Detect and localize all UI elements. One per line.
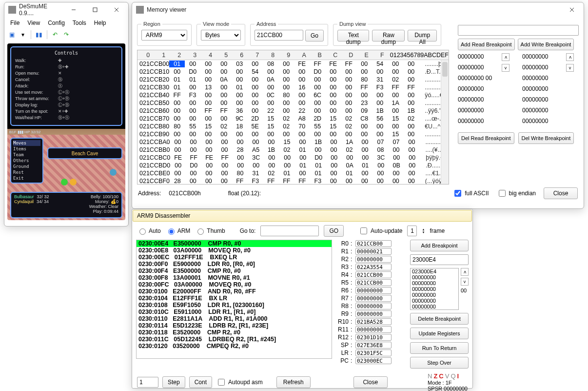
menu-item[interactable]: Others bbox=[13, 158, 40, 164]
hex-scrollbar[interactable] bbox=[441, 60, 449, 184]
reg-input[interactable] bbox=[355, 240, 392, 247]
reg-input[interactable] bbox=[355, 334, 392, 341]
hex-row[interactable]: 021CCBC0FEFFFEFF003C000000D00000003C0000… bbox=[137, 154, 449, 162]
menu-file[interactable]: File bbox=[6, 18, 23, 28]
reg-input[interactable] bbox=[355, 248, 392, 255]
bp-list[interactable]: 023000E400000000000000000000000000000000… bbox=[410, 268, 459, 310]
add-write-bp-button[interactable]: Add Write Breakpoint bbox=[518, 39, 574, 50]
hex-row[interactable]: 021CCBB00000000028A51B020100000200080000… bbox=[137, 146, 449, 154]
asm-row[interactable]: 0230:0100 E20000FF AND R0, R0, #FF bbox=[137, 288, 332, 295]
bp-entry[interactable]: 00000000 bbox=[411, 280, 458, 286]
reg-input[interactable] bbox=[355, 357, 392, 364]
add-read-bp-button[interactable]: Add Read Breakpoint bbox=[458, 39, 515, 50]
open-icon[interactable]: ▣ bbox=[7, 30, 17, 40]
dump-all-button[interactable]: Dump All bbox=[408, 30, 437, 41]
reg-input[interactable] bbox=[355, 310, 392, 317]
asm-row[interactable]: 0230:0108 E59F1050 LDR R1, [02300160] bbox=[137, 302, 332, 309]
bp-entry[interactable]: 023000E4 bbox=[411, 268, 458, 274]
asm-row[interactable]: 0230:00F8 13A00001 MOVNE R0, #1 bbox=[137, 274, 332, 281]
asm-row[interactable]: 0230:0118 E3520000 CMP R2, #0 bbox=[137, 329, 332, 336]
hex-row[interactable]: 021CCB8080551502185E15027055150200000000… bbox=[137, 123, 449, 130]
reg-input[interactable] bbox=[355, 264, 392, 270]
maximize-button[interactable] bbox=[84, 3, 106, 17]
add-breakpoint-button[interactable]: Add Breakpoint bbox=[410, 240, 469, 251]
spin-icon[interactable]: ʌ bbox=[502, 53, 510, 61]
forward-icon[interactable]: ↷ bbox=[61, 30, 71, 40]
menu-item[interactable]: Ground bbox=[13, 164, 40, 169]
run-to-return-button[interactable]: Run To Return bbox=[410, 342, 469, 354]
asm-row[interactable]: 0230:00E4 E3500000 CMP R0, #0 bbox=[137, 240, 332, 247]
step-count-input[interactable] bbox=[137, 377, 158, 388]
hex-row[interactable]: 021CCB200101000A00000A000000000080310200… bbox=[137, 76, 449, 83]
delete-bp-button[interactable]: Delete Breakpoint bbox=[410, 313, 469, 325]
asm-row[interactable]: 0230:00E8 03A00000 MOVEQ R0, #0 bbox=[137, 247, 332, 254]
menu-item[interactable]: Rest bbox=[13, 169, 40, 175]
asm-row[interactable]: 0230:00F0 E5900000 LDR R0, [R0, #0] bbox=[137, 261, 332, 268]
hex-row[interactable]: 021CCB40FFF3000000000C80006C000000000000… bbox=[137, 91, 449, 99]
full-ascii-check[interactable]: full ASCII bbox=[452, 188, 489, 198]
reg-input[interactable] bbox=[355, 287, 392, 294]
menu-item[interactable]: Exit bbox=[13, 175, 40, 181]
refresh-button[interactable]: Refresh bbox=[276, 376, 311, 388]
close-button[interactable] bbox=[106, 3, 127, 17]
viewmode-select[interactable]: Bytes bbox=[201, 30, 241, 41]
mode-thumb-radio[interactable]: Thumb bbox=[195, 227, 225, 235]
bp-entry[interactable]: 00000000 bbox=[411, 286, 458, 292]
bp-input[interactable] bbox=[410, 254, 469, 265]
menu-help[interactable]: Help bbox=[90, 18, 110, 28]
asm-listing[interactable]: 0230:00E4 E3500000 CMP R0, #00230:00E8 0… bbox=[136, 240, 332, 359]
bp-entry[interactable]: 00000000 bbox=[411, 292, 458, 298]
emulator-titlebar[interactable]: DeSmuME 0.9.... bbox=[4, 2, 128, 17]
goto-button[interactable]: GO bbox=[324, 225, 344, 237]
text-dump-button[interactable]: Text dump bbox=[337, 30, 369, 41]
bp-down-icon[interactable]: v bbox=[461, 278, 469, 286]
bp-up-icon[interactable]: ʌ bbox=[461, 268, 469, 276]
cont-button[interactable]: Cont bbox=[189, 376, 212, 388]
del-read-bp-button[interactable]: Del Read Breakpoint bbox=[458, 132, 514, 144]
big-endian-check[interactable]: big endian bbox=[497, 188, 536, 198]
hex-row[interactable]: 021CCB1000D000000054000000D0000000000000… bbox=[137, 68, 449, 76]
memviewer-close-button[interactable]: Close bbox=[544, 187, 578, 199]
spin-icon[interactable]: v bbox=[502, 64, 510, 72]
reg-input[interactable] bbox=[355, 318, 392, 325]
asm-row[interactable]: 0230:0114 E5D1223E LDRB R2, [R1, #23E] bbox=[137, 322, 332, 329]
menu-tools[interactable]: Tools bbox=[69, 18, 90, 28]
asm-row[interactable]: 0230:0120 03520000 CMPEQ R2, #0 bbox=[137, 343, 332, 350]
frame-input[interactable] bbox=[407, 226, 417, 236]
reg-input[interactable] bbox=[355, 279, 392, 286]
autoupdate-check[interactable]: Auto-update bbox=[358, 226, 402, 236]
goto-input[interactable] bbox=[260, 226, 319, 236]
region-select[interactable]: ARM9 bbox=[141, 30, 187, 41]
close-button[interactable] bbox=[561, 3, 583, 17]
asm-row[interactable]: 0230:00EC 012FFF1E BXEQ LR bbox=[137, 254, 332, 261]
raw-dump-button[interactable]: Raw dump bbox=[372, 30, 405, 41]
reg-input[interactable] bbox=[355, 350, 392, 356]
go-button[interactable]: Go bbox=[305, 30, 324, 41]
menu-item[interactable]: Team bbox=[13, 152, 40, 158]
address-input[interactable] bbox=[255, 30, 303, 41]
spin-icon[interactable]: v bbox=[566, 64, 574, 72]
mode-arm-radio[interactable]: ARM bbox=[166, 227, 191, 235]
game-menu[interactable]: MovesItemsTeamOthersGroundRestExit bbox=[10, 138, 43, 184]
reg-input[interactable] bbox=[355, 256, 392, 263]
reg-input[interactable] bbox=[355, 271, 392, 278]
minimize-button[interactable] bbox=[63, 3, 84, 17]
hex-row[interactable]: 021CCB30010013000100000016000000FFF3FFFF… bbox=[137, 83, 449, 91]
hex-view[interactable]: 0123456789ABCDEF 0123456789ABCDEF 021CCB… bbox=[137, 50, 449, 185]
bp-entry[interactable]: 00000000 bbox=[411, 304, 458, 309]
bp-entry[interactable]: 00000000 bbox=[411, 298, 458, 304]
reg-input[interactable] bbox=[355, 303, 392, 309]
menu-view[interactable]: View bbox=[23, 18, 44, 28]
asm-row[interactable]: 0230:011C 05D12245 LDRBEQ R2, [R1, #245] bbox=[137, 336, 332, 343]
pause-icon[interactable]: ▮▮ bbox=[34, 30, 44, 40]
hex-row[interactable]: 021CCB5000000000000000000000000023001A00… bbox=[137, 99, 449, 107]
hex-row[interactable]: 021CCB600000FFFF3600220022000000091B001B… bbox=[137, 107, 449, 115]
asm-row[interactable]: 0230:0110 E2811A1A ADD R1, R1, #1A000 bbox=[137, 315, 332, 322]
spin-icon[interactable]: ʌ bbox=[566, 53, 574, 61]
step-button[interactable]: Step bbox=[162, 376, 185, 388]
step-over-button[interactable]: Step Over bbox=[410, 357, 469, 369]
reg-input[interactable] bbox=[355, 326, 392, 333]
asm-row[interactable]: 0230:010C E5911000 LDR R1, [R1, #0] bbox=[137, 309, 332, 315]
hex-row[interactable]: 021CCBF028000000FFF3FFFFFFF3000000000000… bbox=[137, 177, 449, 185]
menu-config[interactable]: Config bbox=[44, 18, 69, 28]
